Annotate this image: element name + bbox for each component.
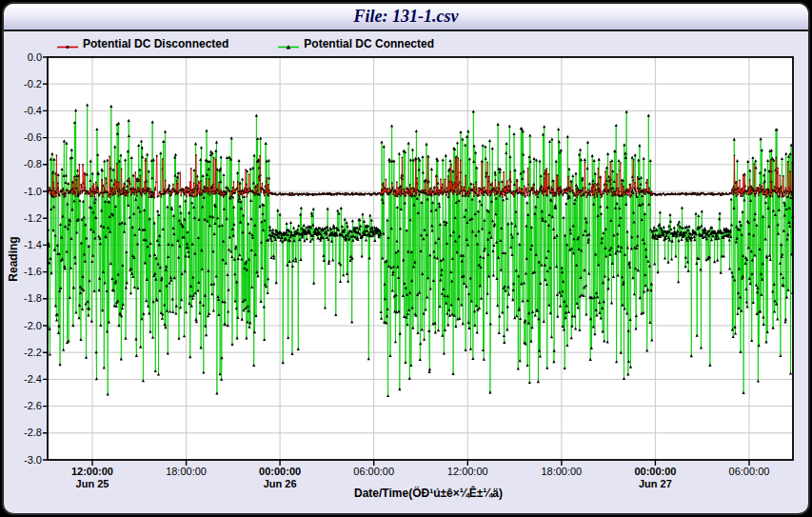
red-line-marker-icon (57, 39, 78, 50)
legend-item-dc-connected[interactable]: Potential DC Connected (278, 37, 434, 50)
chart-panel: File: 131-1.csv (2, 2, 810, 515)
chart-legend: Potential DC Disconnected Potential DC C… (57, 37, 434, 50)
legend-item-dc-disconnected[interactable]: Potential DC Disconnected (57, 37, 228, 50)
green-line-marker-icon (278, 39, 299, 50)
file-title: File: 131-1.csv (354, 7, 459, 27)
legend-label: Potential DC Connected (304, 37, 434, 50)
title-bar: File: 131-1.csv (4, 4, 808, 31)
legend-label: Potential DC Disconnected (83, 37, 228, 50)
